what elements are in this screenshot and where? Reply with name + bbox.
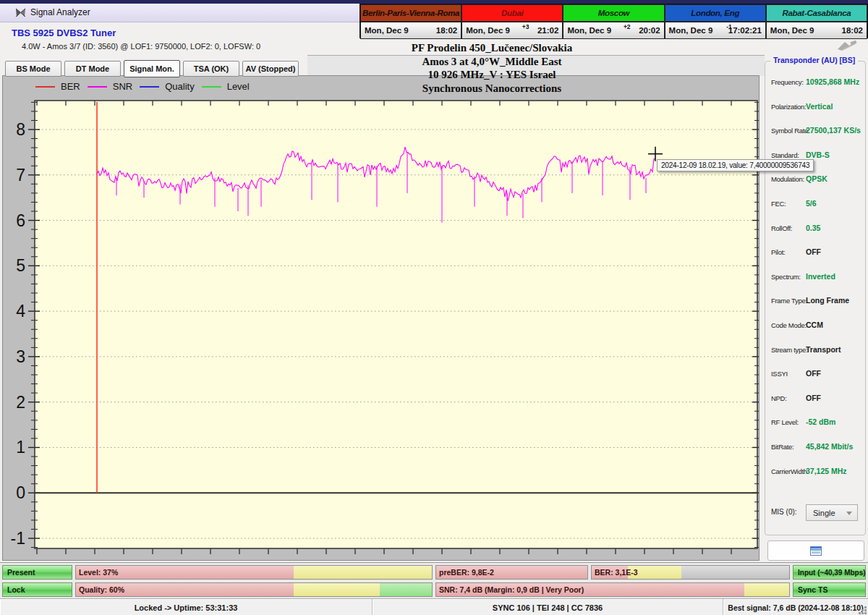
site-line-3: 10 926 MHz_V : YES Israel bbox=[318, 68, 665, 82]
clock-city-header: Moscow bbox=[563, 4, 664, 22]
transponder-row-value: Vertical bbox=[806, 102, 833, 111]
chart-tooltip: 2024-12-09 18.02.19, value: 7,4000000953… bbox=[657, 159, 814, 171]
tab-tsa-ok[interactable]: TSA (OK) bbox=[183, 61, 239, 77]
transponder-row-label: FEC: bbox=[771, 200, 786, 208]
clock-time: 20:02 bbox=[639, 26, 660, 35]
clock-time-cell: Mon, Dec 918:02 bbox=[360, 22, 461, 39]
satellite-watermark-icon bbox=[833, 39, 858, 52]
tab-signal-mon[interactable]: Signal Mon. bbox=[124, 60, 180, 77]
clock-city-header: Berlin-Paris-Vienna-Roma bbox=[360, 4, 461, 22]
preber-bar: preBER: 9,8E-2 bbox=[435, 565, 588, 580]
transponder-row-value: OFF bbox=[806, 247, 821, 256]
transponder-row-label: Frequency: bbox=[771, 78, 804, 86]
y-axis-label: 3 bbox=[16, 347, 25, 366]
transponder-panel-title: Transponder (AU) [BS] bbox=[770, 56, 858, 64]
clock-time: 21:02 bbox=[537, 26, 558, 35]
transponder-row-value: Long Frame bbox=[806, 296, 849, 305]
transponder-row-value: CCM bbox=[806, 321, 823, 329]
transponder-row: Symbol Rate:27500,137 KS/s bbox=[765, 124, 865, 139]
statusbar-best-signal: Best signal: 7,6 dB (2024-12-08 18:10) bbox=[723, 599, 868, 615]
snr-bar: SNR: 7,4 dB (Margin: 0,9 dB | Very Poor) bbox=[435, 582, 790, 597]
y-axis-label: 8 bbox=[16, 120, 25, 139]
transponder-row-value: 27500,137 KS/s bbox=[806, 126, 861, 135]
bar-label: BER: 3,1E-3 bbox=[595, 568, 638, 577]
transponder-row: Spectrum:Inverted bbox=[765, 271, 865, 285]
transponder-row-label: NPD: bbox=[771, 394, 787, 402]
y-axis-label: -1 bbox=[11, 529, 25, 548]
transponder-row: FEC:5/6 bbox=[765, 198, 865, 212]
resize-grip[interactable] bbox=[864, 612, 867, 614]
transponder-row-label: Standard: bbox=[771, 151, 799, 159]
mis-label: MIS (0): bbox=[771, 508, 797, 516]
y-axis-label: 6 bbox=[16, 211, 25, 230]
tuner-title: TBS 5925 DVBS2 Tuner bbox=[12, 27, 116, 38]
clock-date: Mon, Dec 9 bbox=[567, 26, 611, 35]
bar-label: Level: 37% bbox=[79, 568, 118, 577]
transponder-row: BitRate:45,842 Mbit/s bbox=[765, 441, 865, 455]
mis-row: MIS (0): Single bbox=[771, 504, 861, 522]
mis-dropdown[interactable]: Single bbox=[806, 504, 858, 521]
transponder-row: NPD:OFF bbox=[765, 392, 865, 407]
transponder-row: Modulation:QPSK bbox=[765, 173, 865, 187]
transponder-row-value: OFF bbox=[806, 369, 821, 378]
tab-dt-mode[interactable]: DT Mode bbox=[64, 61, 121, 77]
sync-ts-indicator: Sync TS bbox=[793, 582, 866, 597]
transponder-row-label: ISSYI bbox=[771, 370, 788, 378]
site-line-1: PF Prodelin 450_Lučenec/Slovakia bbox=[318, 41, 665, 55]
save-button[interactable] bbox=[767, 540, 864, 561]
signal-chart[interactable]: BERSNRQualityLevel -1012345678 bbox=[2, 75, 760, 561]
chevron-down-icon bbox=[846, 512, 852, 515]
clock-city-header: London, Eng bbox=[665, 4, 766, 22]
transponder-row-label: Symbol Rate: bbox=[771, 127, 809, 135]
bar-segment-yellow bbox=[744, 583, 790, 596]
transponder-row-label: CarrierWidth: bbox=[771, 467, 809, 475]
bar-label: SNR: 7,4 dB (Margin: 0,9 dB | Very Poor) bbox=[439, 585, 584, 594]
transponder-row: ISSYIOFF bbox=[765, 368, 865, 382]
bar-label: Quality: 60% bbox=[79, 585, 124, 594]
app-window: { "window": { "title": "Signal Analyzer"… bbox=[0, 0, 868, 615]
clock-date: Mon, Dec 9 bbox=[770, 26, 814, 35]
statusbar-uptime: Locked -> Uptime: 53:31:33 bbox=[0, 599, 373, 615]
input-indicator: Input (~40,39 Mbps) bbox=[793, 565, 866, 580]
tab-av-stopped[interactable]: AV (Stopped) bbox=[242, 61, 299, 77]
transponder-row: Frequency:10925,868 MHz bbox=[765, 76, 865, 90]
window-title: Signal Analyzer bbox=[30, 7, 90, 17]
mis-value: Single bbox=[813, 509, 835, 517]
clock-time-cell: Mon, Dec 9+220:02 bbox=[563, 22, 664, 39]
transponder-row-label: Spectrum: bbox=[771, 273, 801, 281]
tuner-subtitle: 4.0W - Amos 3/7 (ID: 3560) @ LOF1: 97500… bbox=[22, 42, 260, 51]
clock-city-header: Dubai bbox=[461, 4, 563, 22]
transponder-row: Pilot:OFF bbox=[765, 246, 865, 260]
transponder-row-label: Frame Type: bbox=[771, 297, 807, 305]
footer-bars: Present Level: 37% preBER: 9,8E-2 BER: 3… bbox=[0, 562, 868, 599]
clock-date: Mon, Dec 9 bbox=[669, 26, 713, 35]
clock-time: 18:02 bbox=[436, 26, 457, 35]
transponder-row-label: BitRate: bbox=[771, 443, 793, 451]
transponder-row-value: Transport bbox=[806, 345, 841, 354]
tab-bs-mode[interactable]: BS Mode bbox=[5, 61, 61, 77]
transponder-row: RF Level:-52 dBm bbox=[765, 416, 865, 430]
y-axis-label: 7 bbox=[16, 166, 25, 184]
bar-segment-yellow bbox=[294, 583, 380, 596]
clock-date: Mon, Dec 9 bbox=[365, 26, 409, 35]
y-axis-label: 1 bbox=[16, 438, 25, 457]
site-line-4: Synchronous Nanocorrections bbox=[318, 82, 665, 96]
clock-time-cell: Mon, Dec 9-117:02:21 bbox=[665, 22, 766, 39]
transponder-row: CarrierWidth:37,125 MHz bbox=[765, 465, 865, 480]
site-line-2: Amos 3 at 4,0°W_Middle East bbox=[318, 55, 665, 69]
transponder-row-value: 37,125 MHz bbox=[806, 467, 847, 475]
chart-plot[interactable]: -1012345678 bbox=[3, 76, 759, 560]
transponder-row-value: QPSK bbox=[806, 174, 827, 183]
clock-city-header: Rabat-Casablanca bbox=[766, 4, 867, 22]
transponder-row-label: Pilot: bbox=[771, 248, 785, 256]
transponder-row-label: Polarization: bbox=[771, 103, 806, 111]
y-axis-label: 0 bbox=[16, 483, 25, 502]
transponder-row: Code Mode:CCM bbox=[765, 319, 865, 334]
transponder-row-label: RF Level: bbox=[771, 418, 799, 426]
statusbar-sync-counters: SYNC 106 | TEI 248 | CC 7836 bbox=[373, 599, 723, 615]
transponder-row-label: Code Mode: bbox=[771, 321, 807, 329]
floppy-icon bbox=[810, 546, 822, 556]
transponder-row-value: 10925,868 MHz bbox=[806, 77, 859, 86]
world-clocks: Berlin-Paris-Vienna-RomaDubaiMoscowLondo… bbox=[359, 4, 868, 38]
transponder-row: Polarization:Vertical bbox=[765, 101, 865, 115]
